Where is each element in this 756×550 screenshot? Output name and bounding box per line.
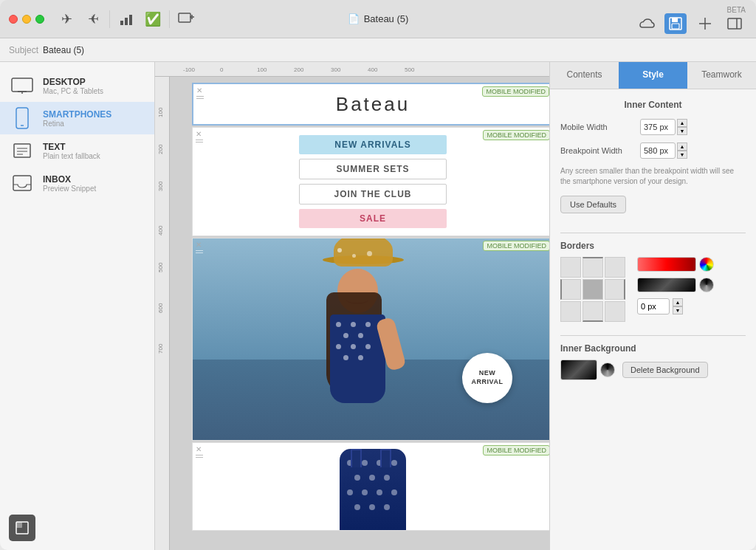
sidebar-item-inbox-title: INBOX <box>43 174 96 185</box>
sidebar-item-inbox-subtitle: Preview Snippet <box>43 185 96 193</box>
border-dark-row <box>637 278 714 292</box>
border-cell-ml[interactable] <box>560 279 581 300</box>
border-color-row <box>637 257 714 272</box>
border-cell-bc[interactable] <box>583 301 603 322</box>
minimize-button[interactable] <box>22 15 31 24</box>
nav-btn-summer-sets[interactable]: SUMMER SETS <box>299 159 447 179</box>
bg-color-wheel[interactable] <box>600 362 615 377</box>
right-panel-tabs: Contents Style Teamwork <box>550 62 756 89</box>
ruler-area: -100 0 100 200 300 400 500 100 200 300 4… <box>155 62 549 550</box>
nav-close-btn[interactable]: ✕ <box>196 130 202 138</box>
subject-label: Subject <box>9 45 38 55</box>
image-edit-icon[interactable] <box>176 9 196 30</box>
sidebar-item-smartphones[interactable]: SMARTPHONES Retina <box>0 102 154 134</box>
breakpoint-width-input-group[interactable]: 580 px ▲ ▼ <box>640 142 687 159</box>
layout-icon[interactable] <box>694 13 716 34</box>
send2-icon[interactable]: ✈ <box>83 9 103 30</box>
header-close-btn[interactable]: ✕ <box>196 86 202 94</box>
svg-rect-18 <box>14 144 30 157</box>
svg-text:400: 400 <box>157 225 164 236</box>
svg-text:100: 100 <box>157 107 164 117</box>
tab-contents[interactable]: Contents <box>550 62 619 89</box>
close-button[interactable] <box>9 15 18 24</box>
breakpoint-width-down[interactable]: ▼ <box>677 151 687 159</box>
sidebar-item-text[interactable]: TEXT Plain text fallback <box>0 134 154 167</box>
badge-line2: ARRIVAL <box>472 378 504 387</box>
border-px-up[interactable]: ▲ <box>673 298 683 306</box>
bottom-close-btn[interactable]: ✕ <box>196 445 202 453</box>
breakpoint-width-input[interactable]: 580 px <box>640 142 676 159</box>
svg-text:200: 200 <box>157 144 164 154</box>
svg-rect-1 <box>125 18 128 25</box>
divider-2 <box>560 335 746 336</box>
border-dark-gradient[interactable] <box>637 278 696 292</box>
send-icon[interactable]: ✈ <box>56 9 77 30</box>
border-cell-tr[interactable] <box>605 257 625 278</box>
border-cell-tc[interactable] <box>583 257 603 278</box>
analytics-icon[interactable] <box>116 9 137 30</box>
divider-1 <box>560 233 746 233</box>
svg-rect-38 <box>16 522 22 528</box>
email-header-section: ✕ Bateau MOBILE MODIFIED <box>192 83 549 126</box>
breakpoint-width-value: 580 px <box>644 146 668 155</box>
mobile-width-down[interactable]: ▼ <box>677 127 687 135</box>
mobile-width-value: 375 px <box>644 123 668 131</box>
left-sidebar: DESKTOP Mac, PC & Tablets SMARTPHONES Re… <box>0 62 155 550</box>
border-cell-center[interactable] <box>583 279 603 300</box>
border-cell-mr[interactable] <box>605 279 625 300</box>
check-circle-icon[interactable]: ✅ <box>142 9 163 30</box>
mobile-width-input[interactable]: 375 px <box>640 119 676 135</box>
svg-rect-3 <box>179 13 190 22</box>
use-defaults-button[interactable]: Use Defaults <box>560 196 626 213</box>
mobile-modified-badge-3: MOBILE MODIFIED <box>483 241 549 251</box>
text-icon <box>9 140 35 161</box>
mobile-width-input-group[interactable]: 375 px ▲ ▼ <box>640 119 687 135</box>
borders-controls: 0 px ▲ ▼ <box>560 257 746 328</box>
sidebar-item-inbox[interactable]: INBOX Preview Snippet <box>0 167 154 199</box>
delete-background-button[interactable]: Delete Background <box>622 362 708 378</box>
mobile-width-up[interactable]: ▲ <box>677 119 687 127</box>
cloud-icon[interactable] <box>635 13 657 34</box>
image-close-btn[interactable]: ✕ <box>196 241 202 249</box>
nav-btn-join-the-club[interactable]: JOIN THE CLUB <box>299 184 447 204</box>
mobile-width-label: Mobile Width <box>560 123 634 131</box>
mobile-width-row: Mobile Width 375 px ▲ ▼ <box>560 119 746 135</box>
new-arrival-badge: NEW ARRIVAL <box>462 353 512 403</box>
titlebar-left-icons: ✈ ✈ ✅ <box>56 9 196 30</box>
tab-teamwork[interactable]: Teamwork <box>687 62 756 89</box>
breakpoint-width-up[interactable]: ▲ <box>677 142 687 151</box>
sidebar-item-smartphones-subtitle: Retina <box>43 120 111 128</box>
tab-style[interactable]: Style <box>619 62 687 89</box>
border-cell-tl[interactable] <box>560 257 581 278</box>
mobile-modified-badge-1: MOBILE MODIFIED <box>482 86 549 97</box>
nav-btn-new-arrivals[interactable]: NEW ARRIVALS <box>299 135 447 154</box>
svg-text:400: 400 <box>368 66 378 73</box>
svg-rect-13 <box>12 78 32 92</box>
border-px-stepper[interactable]: ▲ ▼ <box>673 298 683 314</box>
main-layout: DESKTOP Mac, PC & Tablets SMARTPHONES Re… <box>0 62 756 550</box>
border-color-gradient[interactable] <box>637 257 696 272</box>
sidebar-item-desktop[interactable]: DESKTOP Mac, PC & Tablets <box>0 69 154 102</box>
save-icon[interactable] <box>664 13 687 34</box>
maximize-button[interactable] <box>35 15 44 24</box>
border-color-wheel[interactable] <box>699 257 714 272</box>
border-px-row: 0 px ▲ ▼ <box>637 298 714 314</box>
phone-icon <box>9 108 35 128</box>
panel-icon[interactable] <box>724 13 746 34</box>
border-cell-br[interactable] <box>605 301 625 322</box>
helper-text: Any screen smaller than the breakpoint w… <box>560 166 746 187</box>
canvas-viewport[interactable]: ✕ Bateau MOBILE MODIFIED ✕ <box>170 77 549 550</box>
nav-btn-sale[interactable]: SALE <box>299 209 447 228</box>
border-px-input[interactable]: 0 px <box>637 298 670 314</box>
sidebar-item-desktop-title: DESKTOP <box>43 77 103 87</box>
breakpoint-width-stepper[interactable]: ▲ ▼ <box>677 142 687 159</box>
mobile-modified-badge-2: MOBILE MODIFIED <box>483 130 549 140</box>
border-px-down[interactable]: ▼ <box>673 306 683 314</box>
subject-bar: Subject Bateau (5) <box>0 38 756 62</box>
border-cell-bl[interactable] <box>560 301 581 322</box>
mobile-width-stepper[interactable]: ▲ ▼ <box>677 119 687 135</box>
bottom-left-icon[interactable] <box>9 515 35 541</box>
svg-rect-11 <box>728 18 741 29</box>
bg-color-swatch[interactable] <box>560 360 597 380</box>
border-dark-color-wheel[interactable] <box>699 278 714 292</box>
